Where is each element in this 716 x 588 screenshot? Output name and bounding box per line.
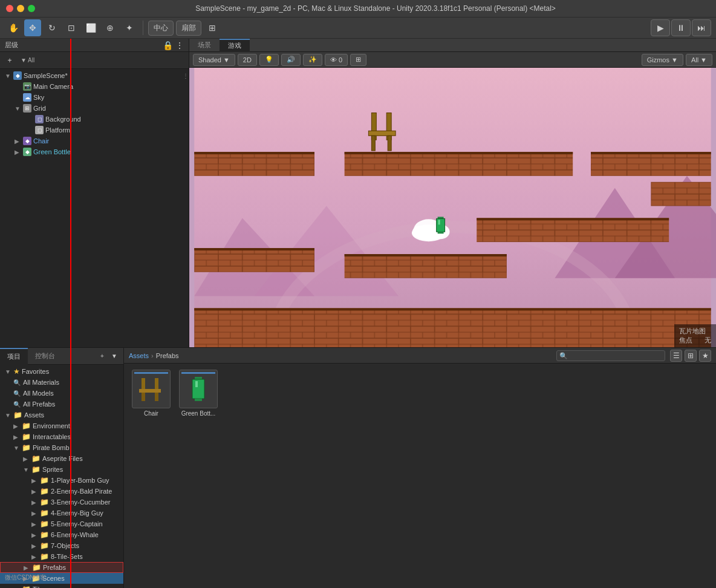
audio-toggle[interactable]: 🔊 [281,54,301,66]
asset-chair[interactable]: Chair [130,370,172,417]
minimize-button[interactable] [17,5,24,12]
assets-root-item[interactable]: ▼ 📁 Assets [0,410,123,420]
gizmos-label: Gizmos [647,56,669,64]
project-panel: 项目 控制台 + ▼ ▼ ★ Favorites 🔍 [0,348,124,588]
toolbar-separator-1 [143,21,143,35]
effects-toggle[interactable]: ✨ [303,54,322,66]
grid-toggle[interactable]: ⊞ [350,54,366,66]
all-materials-label: All Materials [23,379,59,386]
gizmos-dropdown[interactable]: Gizmos ▼ [642,54,683,66]
transform-tool[interactable]: ⊕ [102,19,119,36]
center-toggle[interactable]: 中心 [148,21,174,36]
hierarchy-item-greenbottle[interactable]: ▶ ◆ Green Bottle [0,146,189,157]
obj-arrow: ▶ [31,543,40,549]
hierarchy-item-grid[interactable]: ▼ ⊞ Grid [0,103,189,114]
tab-game[interactable]: 游戏 [220,39,250,52]
scene-root-item[interactable]: ▼ ◆ SampleScene* ⋮ [0,70,189,81]
custom-tool[interactable]: ✦ [121,19,138,36]
enemy-big-guy-item[interactable]: ▶ 📁 4-Enemy-Big Guy [0,508,123,518]
hierarchy-item-chair[interactable]: ▶ ◆ Chair [0,136,189,146]
svg-rect-30 [371,136,375,151]
tab-project[interactable]: 项目 [0,348,28,365]
enemy-bald-item[interactable]: ▶ 📁 2-Enemy-Bald Pirate [0,486,123,497]
svg-rect-24 [345,254,507,256]
bottle-asset-label: Green Bott... [181,410,216,417]
objects-item[interactable]: ▶ 📁 7-Objects [0,540,123,551]
pb-arrow: ▼ [13,445,22,451]
hierarchy-lock-icon[interactable]: 🔒 [163,41,173,50]
scale-tool[interactable]: ⊡ [63,19,80,36]
rotate-tool[interactable]: ↻ [44,19,60,36]
ebg-arrow: ▶ [31,510,40,517]
all-models-item[interactable]: 🔍 All Models [0,388,123,399]
gizmos-arrow: ▼ [671,56,678,64]
hand-tool[interactable]: ✋ [5,19,22,36]
enemy-captain-item[interactable]: ▶ 📁 5-Enemy-Captain [0,518,123,529]
player-bomb-guy-item[interactable]: ▶ 📁 1-Player-Bomb Guy [0,475,123,486]
asset-green-bottle[interactable]: Green Bott... [177,370,220,417]
hierarchy-item-background[interactable]: ◻ Background [0,114,189,125]
breadcrumb-prefabs[interactable]: Prefabs [156,352,179,359]
favorites-arrow: ▼ [5,368,13,375]
hierarchy-panel: 层级 🔒 ⋮ + ▼ All ▼ ◆ SampleScene* ⋮ [0,39,189,347]
sprites-item[interactable]: ▼ 📁 Sprites [0,464,123,475]
hierarchy-item-maincamera[interactable]: 📷 Main Camera [0,81,189,92]
tab-console[interactable]: 控制台 [28,348,62,365]
assets-view-toggle-1[interactable]: ☰ [670,350,682,362]
bottle-thumbnail [179,370,218,408]
panel-actions: + ▼ [93,351,123,362]
assets-view-toggle-2[interactable]: ⊞ [685,350,697,362]
breadcrumb-assets[interactable]: Assets [129,352,149,359]
2d-toggle[interactable]: 2D [238,54,257,66]
prefabs-item[interactable]: ▶ 📁 Prefabs [0,562,123,573]
favorites-item[interactable]: ▼ ★ Favorites [0,366,123,377]
maximize-button[interactable] [28,5,35,12]
add-btn[interactable]: + [97,351,108,362]
pref-arrow: ▶ [24,564,32,571]
svg-rect-31 [388,136,391,151]
enemy-cucumber-item[interactable]: ▶ 📁 3-Enemy-Cucumber [0,497,123,508]
tile-sets-item[interactable]: ▶ 📁 8-Tile-Sets [0,551,123,562]
aseprite-item[interactable]: ▶ 📁 Aseprite Files [0,453,123,464]
hierarchy-content: ▼ ◆ SampleScene* ⋮ 📷 Main Camera ☁ Sky [0,69,189,347]
pirate-bomb-item[interactable]: ▼ 📁 Pirate Bomb [0,442,123,453]
rect-tool[interactable]: ⬜ [82,19,99,36]
hierarchy-add-btn[interactable]: + [4,54,16,67]
window-title: SampleScene - my_game_2d - PC, Mac & Lin… [41,4,710,13]
step-button[interactable]: ⏭ [692,19,711,36]
ew-arrow: ▶ [31,532,40,538]
favorites-star-icon: ★ [13,367,20,376]
menu-btn[interactable]: ▼ [109,351,120,362]
console-tab-label: 控制台 [35,351,55,361]
svg-rect-13 [194,308,711,310]
all-materials-item[interactable]: 🔍 All Materials [0,377,123,388]
hierarchy-header: 层级 🔒 ⋮ [0,39,189,52]
hidden-toggle[interactable]: 👁 0 [325,54,348,66]
light-toggle[interactable]: 💡 [259,54,279,66]
all-dropdown[interactable]: All ▼ [686,54,712,66]
all-prefabs-item[interactable]: 🔍 All Prefabs [0,399,123,410]
enemy-whale-item[interactable]: ▶ 📁 6-Enemy-Whale [0,529,123,540]
close-button[interactable] [6,5,13,12]
interactables-item[interactable]: ▶ 📁 Interactables [0,431,123,442]
pbg-arrow: ▶ [31,477,40,484]
shaded-dropdown[interactable]: Shaded ▼ [193,54,235,66]
camera-label: Main Camera [33,83,73,90]
tilemap-item[interactable]: ▼ 📁 Tilemap [0,584,123,588]
svg-rect-21 [194,248,314,272]
hierarchy-toolbar: + ▼ All [0,52,189,69]
sprites-arrow: ▼ [23,466,31,473]
hierarchy-item-platform[interactable]: ◻ Platform [0,125,189,136]
move-tool[interactable]: ✥ [24,19,41,36]
assets-search-input[interactable] [556,350,665,361]
assets-favorites-btn[interactable]: ★ [699,350,711,362]
hierarchy-menu-icon[interactable]: ⋮ [175,41,184,50]
scene-menu-btn[interactable]: ⋮ [183,73,189,79]
fan-toggle[interactable]: 扇部 [176,21,201,36]
environment-item[interactable]: ▶ 📁 Environment [0,420,123,431]
play-button[interactable]: ▶ [651,19,670,36]
grid-tool[interactable]: ⊞ [204,19,221,36]
tab-scene[interactable]: 场景 [189,39,220,52]
hierarchy-item-sky[interactable]: ☁ Sky [0,92,189,103]
pause-button[interactable]: ⏸ [671,19,691,36]
